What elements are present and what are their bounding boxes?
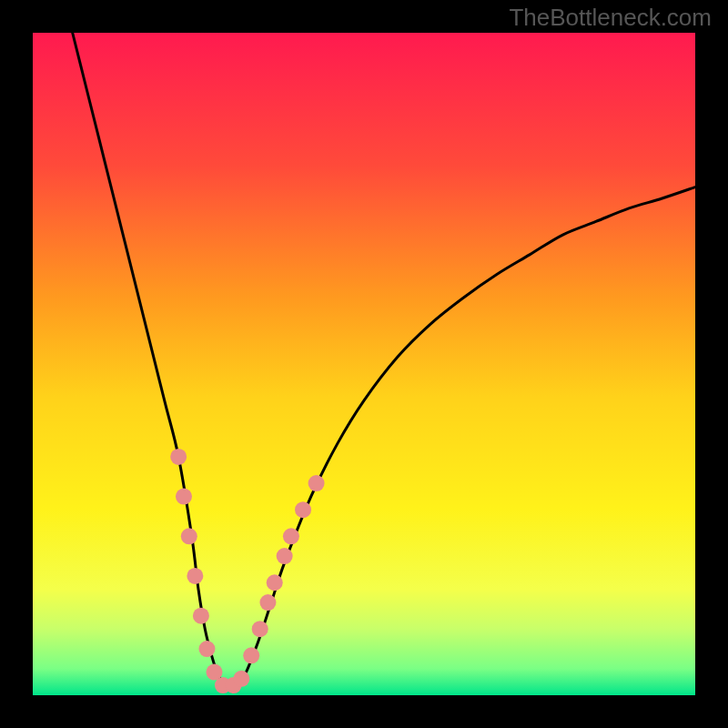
watermark-text: TheBottleneck.com <box>509 4 712 32</box>
data-marker <box>181 528 197 544</box>
data-marker <box>267 574 283 591</box>
chart-background <box>33 33 695 695</box>
data-marker <box>295 501 311 518</box>
data-marker <box>259 594 276 611</box>
data-marker <box>187 568 203 584</box>
data-marker <box>252 621 268 637</box>
data-marker <box>198 641 215 657</box>
chart-container: TheBottleneck.com <box>0 0 728 728</box>
data-marker <box>193 608 209 624</box>
bottleneck-chart <box>0 0 728 728</box>
data-marker <box>308 475 325 491</box>
data-marker <box>243 647 259 663</box>
data-marker <box>283 528 299 544</box>
data-marker <box>233 671 249 687</box>
data-marker <box>277 548 293 564</box>
data-marker <box>170 449 187 465</box>
data-marker <box>176 489 192 505</box>
